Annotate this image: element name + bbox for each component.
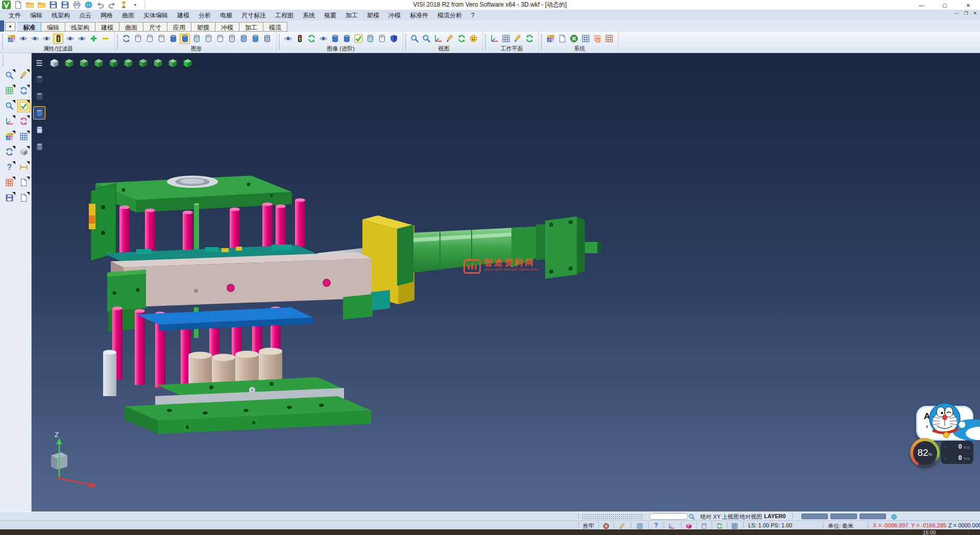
cylinder-outline-icon[interactable] (156, 34, 166, 44)
menu-wireframe[interactable]: 线架构 (47, 10, 75, 21)
window-grid-icon[interactable] (18, 131, 30, 142)
add-filter-icon[interactable] (88, 34, 99, 44)
zoom-search-icon[interactable] (4, 69, 15, 81)
menu-flow-analysis[interactable]: 模流分析 (433, 10, 467, 21)
menu-file[interactable]: 文件 (4, 10, 26, 21)
cpu-gauge-widget[interactable]: 82% (910, 438, 940, 468)
doc-restore-button[interactable]: ❐ (964, 11, 968, 16)
window-settings-icon[interactable] (580, 34, 591, 44)
menu-surface[interactable]: 曲面 (117, 10, 139, 21)
color-swatch-3[interactable] (860, 514, 886, 519)
context-help-icon[interactable]: ? (652, 522, 660, 529)
menu-machining[interactable]: 加工 (341, 10, 362, 21)
chart-save-icon[interactable] (4, 192, 15, 204)
notes-icon[interactable] (18, 192, 30, 204)
axes-icon[interactable] (668, 522, 675, 529)
view-plane-icon[interactable] (433, 34, 443, 44)
box-select-icon[interactable] (685, 522, 693, 529)
layer-manager-icon[interactable] (557, 34, 567, 44)
cylinder-shaded-icon[interactable] (168, 34, 178, 44)
visibility-icon[interactable] (318, 34, 328, 44)
doc-close-button[interactable]: ✕ (973, 11, 977, 16)
undo-icon[interactable] (95, 1, 105, 10)
render-settings-icon[interactable] (262, 34, 272, 44)
sketch-pencil-icon[interactable] (619, 522, 626, 529)
plane-corners-icon[interactable] (4, 85, 15, 96)
cylinder-flat-icon[interactable] (203, 34, 213, 44)
print-icon[interactable] (72, 1, 81, 10)
color-swatch-1[interactable] (801, 514, 828, 519)
redo-icon[interactable] (107, 1, 116, 10)
revolve-curve-icon[interactable] (18, 115, 30, 127)
minimize-button[interactable]: — (910, 0, 933, 10)
render-smile-icon[interactable] (468, 34, 478, 44)
preview-icon[interactable] (84, 1, 93, 10)
workplane-edit-icon[interactable] (512, 34, 523, 44)
dynamic-view-icon[interactable] (445, 34, 455, 44)
menu-solid-edit[interactable]: 实体编辑 (139, 10, 173, 21)
filter-traffic-light-icon[interactable] (53, 34, 63, 44)
menu-electrode[interactable]: 电极 (215, 10, 237, 21)
zoom-extents-icon[interactable] (421, 34, 431, 44)
visibility-document-icon[interactable] (18, 34, 28, 44)
menu-help[interactable]: ? (467, 11, 479, 20)
hide-entities-icon[interactable] (41, 34, 52, 44)
tab-surface[interactable]: 曲面 (119, 22, 143, 32)
view-lock-status[interactable]: 绝对 XY 上视图 (700, 513, 739, 521)
tab-edit[interactable]: 编辑 (41, 22, 65, 32)
show-entities-icon[interactable] (30, 34, 40, 44)
validate-solid-icon[interactable] (353, 34, 363, 44)
tab-machining[interactable]: 加工 (239, 22, 263, 32)
close-button[interactable]: ✕ (957, 0, 980, 10)
web-globe-icon[interactable] (890, 513, 898, 520)
workplane-grid-icon[interactable] (501, 34, 511, 44)
grid-plane-icon[interactable] (604, 34, 614, 44)
menu-modeling[interactable]: 建模 (173, 10, 194, 21)
traffic-light-icon[interactable] (295, 34, 305, 44)
grid-snap-hand-icon[interactable] (592, 34, 602, 44)
workplane-axes-icon[interactable] (489, 34, 499, 44)
window-split-icon[interactable] (731, 522, 739, 529)
command-search-input[interactable] (649, 513, 688, 520)
workplane-reset-icon[interactable] (524, 34, 534, 44)
zoom-window-icon[interactable] (409, 34, 420, 44)
history-icon[interactable] (119, 1, 128, 10)
regenerate-icon[interactable] (4, 146, 15, 158)
insert-file-icon[interactable] (37, 1, 46, 10)
regen-icon[interactable] (121, 34, 131, 44)
attribute-brush-icon[interactable] (6, 34, 16, 44)
doc-minimize-button[interactable]: — (954, 11, 959, 16)
cylinder-filter-icon[interactable] (700, 522, 708, 529)
dimension-icon[interactable] (18, 161, 30, 173)
move-axes-icon[interactable] (4, 115, 15, 127)
menu-analysis[interactable]: 分析 (194, 10, 215, 21)
network-speed-widget[interactable]: ↑ 0 K/s ↓ 0 K/s (941, 441, 973, 464)
toggle-visibility-icon[interactable] (77, 34, 87, 44)
quick-access-dropdown-icon[interactable]: ▼ (131, 1, 140, 10)
menu-dimension[interactable]: 尺寸标注 (237, 10, 271, 21)
save-icon[interactable] (48, 1, 58, 10)
solid-cube-icon[interactable] (18, 146, 30, 158)
color-palette-icon[interactable] (545, 34, 555, 44)
viewport-3d[interactable]: ☰ (32, 53, 980, 512)
redline-icon[interactable] (602, 522, 610, 529)
layers-paint-icon[interactable] (4, 131, 15, 142)
menu-mesh[interactable]: 网格 (96, 10, 117, 21)
cylinder-shaded-edges-icon[interactable] (180, 34, 190, 44)
maximize-button[interactable]: ▢ (933, 0, 957, 10)
edit-pencil-icon[interactable] (18, 69, 30, 81)
active-layer-status[interactable]: LAYER0 (764, 513, 786, 519)
tab-dimension[interactable]: 尺寸 (143, 22, 167, 32)
menu-edit[interactable]: 编辑 (26, 10, 47, 21)
shade-solid-icon[interactable] (330, 34, 340, 44)
tab-flow[interactable]: 模流 (263, 22, 287, 32)
translucent-solid-icon[interactable] (365, 34, 375, 44)
cylinder-hidden-line-icon[interactable] (144, 34, 155, 44)
remove-filter-icon[interactable] (100, 34, 110, 44)
draft-analysis-icon[interactable] (4, 177, 15, 188)
save-as-icon[interactable] (60, 1, 69, 10)
view-refresh-icon[interactable] (456, 34, 467, 44)
search-icon[interactable] (688, 513, 696, 520)
cylinder-render-icon[interactable] (238, 34, 249, 44)
new-document-icon[interactable] (13, 1, 22, 10)
